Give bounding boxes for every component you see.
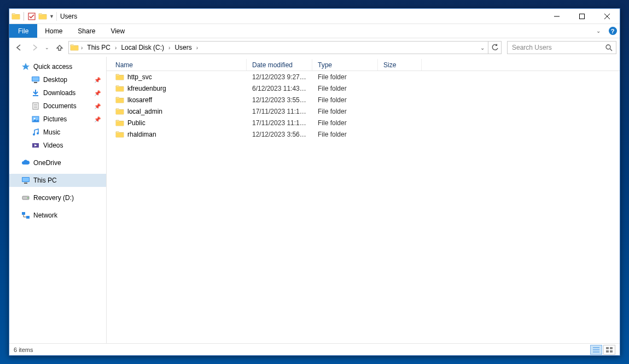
file-type: File folder — [312, 131, 378, 138]
svg-rect-27 — [606, 347, 609, 349]
details-view-button[interactable] — [590, 345, 602, 355]
sidebar-downloads[interactable]: Downloads 📌 — [9, 86, 106, 99]
file-row[interactable]: Public17/11/2023 11:14 ...File folder — [107, 117, 620, 128]
close-button[interactable] — [595, 9, 620, 24]
sidebar-item-label: Music — [43, 128, 60, 136]
pin-icon: 📌 — [94, 116, 101, 122]
file-row[interactable]: kfreudenburg6/12/2023 11:43 PMFile folde… — [107, 83, 620, 94]
file-name: http_svc — [127, 73, 152, 81]
file-date: 6/12/2023 11:43 PM — [247, 85, 312, 92]
file-list-pane: Name Date modified Type Size http_svc12/… — [107, 57, 620, 343]
tab-file[interactable]: File — [9, 24, 37, 38]
svg-rect-5 — [580, 14, 585, 19]
ribbon-expand-icon[interactable]: ⌄ — [591, 24, 605, 38]
crumb-users[interactable]: Users — [172, 44, 194, 51]
icons-view-button[interactable] — [603, 345, 615, 355]
file-row[interactable]: rhaldiman12/12/2023 3:56 PMFile folder — [107, 128, 620, 140]
sidebar-item-label: This PC — [33, 177, 57, 184]
minimize-button[interactable] — [544, 9, 569, 24]
maximize-button[interactable] — [569, 9, 595, 24]
tab-home[interactable]: Home — [37, 24, 70, 38]
qat-dropdown-icon[interactable]: ▼ — [49, 14, 54, 19]
svg-point-21 — [27, 197, 28, 198]
pin-icon: 📌 — [94, 90, 101, 96]
svg-rect-30 — [610, 350, 613, 353]
tab-view[interactable]: View — [103, 24, 132, 38]
file-type: File folder — [312, 85, 378, 92]
chevron-right-icon[interactable]: › — [79, 45, 85, 51]
sidebar-this-pc[interactable]: This PC — [9, 174, 106, 187]
svg-rect-23 — [26, 216, 30, 219]
address-dropdown-icon[interactable]: ⌄ — [478, 45, 487, 51]
titlebar: ▼ Users — [9, 9, 620, 24]
address-bar[interactable]: › This PC › Local Disk (C:) › Users › ⌄ — [68, 41, 488, 54]
back-button[interactable] — [13, 41, 26, 54]
recent-dropdown-icon[interactable]: ⌄ — [43, 41, 51, 54]
chevron-right-icon[interactable]: › — [194, 45, 200, 51]
col-name[interactable]: Name — [107, 59, 247, 71]
file-row[interactable]: local_admin17/11/2023 11:17 ...File fold… — [107, 105, 620, 117]
col-type[interactable]: Type — [312, 59, 378, 71]
sidebar-onedrive[interactable]: OneDrive — [9, 156, 106, 169]
pin-icon: 📌 — [94, 77, 101, 83]
file-name: rhaldiman — [127, 131, 156, 138]
col-size[interactable]: Size — [378, 59, 422, 71]
window-title: Users — [57, 13, 77, 20]
sidebar-desktop[interactable]: Desktop 📌 — [9, 73, 106, 86]
folder-icon — [115, 96, 124, 104]
sidebar-quick-access[interactable]: Quick access — [9, 60, 106, 73]
col-date[interactable]: Date modified — [247, 59, 312, 71]
forward-button[interactable] — [28, 41, 41, 54]
sidebar-recovery[interactable]: Recovery (D:) — [9, 191, 106, 204]
new-folder-icon[interactable] — [38, 12, 47, 21]
chevron-right-icon[interactable]: › — [113, 45, 119, 51]
folder-icon — [11, 12, 20, 21]
sidebar-item-label: Desktop — [43, 76, 67, 84]
file-row[interactable]: lkosareff12/12/2023 3:55 PMFile folder — [107, 94, 620, 105]
network-icon — [21, 211, 30, 220]
sidebar-music[interactable]: Music — [9, 126, 106, 139]
svg-line-9 — [610, 49, 612, 51]
nav-pane: Quick access Desktop 📌 Downloads 📌 Docum… — [9, 57, 107, 343]
sidebar-network[interactable]: Network — [9, 209, 106, 222]
file-rows: http_svc12/12/2023 9:27 AMFile folderkfr… — [107, 71, 620, 343]
tab-share[interactable]: Share — [70, 24, 103, 38]
search-input[interactable] — [511, 43, 605, 52]
folder-icon — [115, 130, 124, 139]
pictures-icon — [31, 115, 40, 124]
sidebar-videos[interactable]: Videos — [9, 139, 106, 152]
file-date: 12/12/2023 3:56 PM — [247, 131, 312, 138]
onedrive-icon — [21, 158, 30, 167]
file-row[interactable]: http_svc12/12/2023 9:27 AMFile folder — [107, 71, 620, 83]
chevron-right-icon[interactable]: › — [166, 45, 172, 51]
star-icon — [21, 62, 30, 71]
sidebar-documents[interactable]: Documents 📌 — [9, 99, 106, 113]
help-button[interactable]: ? — [605, 24, 620, 38]
status-item-count: 6 items — [14, 347, 33, 353]
sidebar-item-label: Recovery (D:) — [33, 194, 74, 202]
drive-icon — [21, 193, 30, 202]
properties-icon[interactable] — [27, 12, 36, 21]
refresh-button[interactable] — [488, 41, 502, 54]
desktop-icon — [31, 75, 40, 84]
file-type: File folder — [312, 96, 378, 104]
svg-rect-29 — [606, 350, 609, 353]
sidebar-item-label: Videos — [43, 142, 63, 149]
folder-icon — [115, 84, 124, 93]
pin-icon: 📌 — [94, 103, 101, 109]
file-name: kfreudenburg — [127, 85, 166, 92]
documents-icon — [31, 102, 40, 110]
search-box[interactable] — [507, 41, 616, 54]
svg-rect-28 — [610, 347, 613, 349]
up-button[interactable] — [53, 41, 66, 54]
crumb-this-pc[interactable]: This PC — [85, 44, 113, 51]
file-type: File folder — [312, 73, 378, 81]
folder-icon — [70, 43, 79, 52]
sidebar-item-label: OneDrive — [33, 159, 61, 167]
file-date: 12/12/2023 3:55 PM — [247, 96, 312, 104]
crumb-local-disk[interactable]: Local Disk (C:) — [119, 44, 166, 51]
search-icon[interactable] — [605, 44, 613, 51]
ribbon: File Home Share View ⌄ ? — [9, 24, 620, 38]
sidebar-item-label: Quick access — [33, 63, 72, 71]
sidebar-pictures[interactable]: Pictures 📌 — [9, 113, 106, 126]
